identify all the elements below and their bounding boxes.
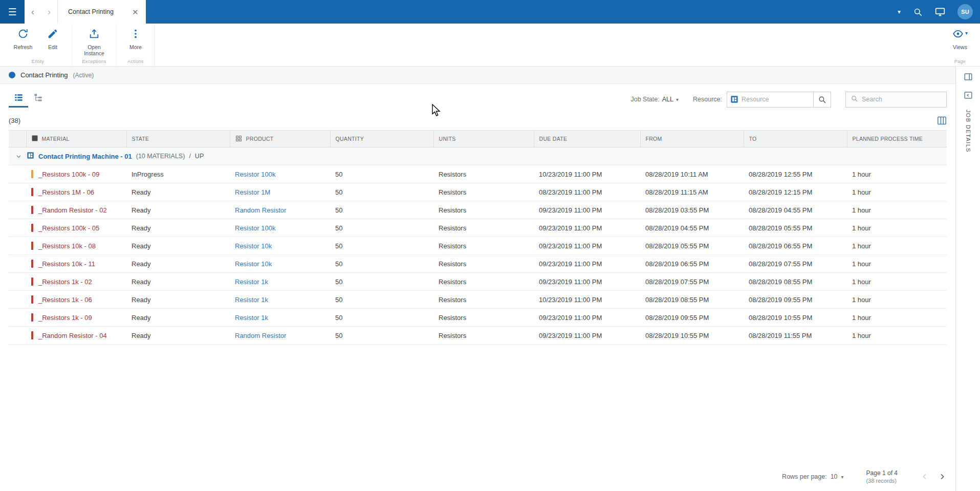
column-header-quantity[interactable]: QUANTITY [330, 131, 433, 147]
product-link[interactable]: Resistor 1k [235, 314, 268, 322]
product-cell[interactable]: Resistor 10k [230, 255, 330, 273]
planned-process-time-cell: 1 hour [847, 327, 947, 345]
table-row[interactable]: _Resistors 100k - 05ReadyResistor 100k50… [9, 219, 947, 237]
material-status-bar [31, 224, 33, 232]
table-row[interactable]: _Resistors 10k - 08ReadyResistor 10k50Re… [9, 237, 947, 255]
edit-button[interactable]: Edit [38, 24, 68, 59]
topbar-dropdown-caret-icon[interactable]: ▾ [898, 8, 901, 15]
planned-process-time-cell: 1 hour [847, 273, 947, 291]
views-button[interactable]: ▾ Views [945, 24, 975, 59]
column-header-material[interactable]: MATERIAL [26, 131, 126, 147]
entity-title: Contact Printing [20, 71, 68, 79]
material-link[interactable]: _Resistors 100k - 09 [38, 170, 99, 178]
table-row[interactable]: _Resistors 1k - 02ReadyResistor 1k50Resi… [9, 273, 947, 291]
job-state-filter[interactable]: Job State: ALL ▾ [630, 96, 679, 103]
material-link[interactable]: _Resistors 100k - 05 [38, 224, 99, 232]
material-link[interactable]: _Resistors 1k - 02 [38, 278, 92, 286]
product-cell[interactable]: Resistor 1k [230, 309, 330, 327]
product-cell[interactable]: Random Resistor [230, 201, 330, 219]
list-view-toggle[interactable] [9, 91, 28, 108]
quantity-cell: 50 [330, 237, 433, 255]
product-cell[interactable]: Random Resistor [230, 327, 330, 345]
product-link[interactable]: Resistor 10k [235, 242, 272, 250]
tab-contact-printing[interactable]: Contact Printing ✕ [57, 0, 146, 24]
product-link[interactable]: Resistor 10k [235, 260, 272, 268]
product-link[interactable]: Random Resistor [235, 206, 286, 214]
search-input[interactable] [862, 96, 947, 103]
tab-close-icon[interactable]: ✕ [132, 8, 139, 16]
product-link[interactable]: Random Resistor [235, 332, 286, 339]
group-resource-name[interactable]: Contact Printing Machine - 01 [38, 153, 132, 160]
open-instance-button[interactable]: Open Instance [76, 24, 112, 59]
material-link[interactable]: _Random Resistor - 02 [38, 206, 107, 214]
checkbox-icon[interactable] [32, 135, 38, 142]
units-cell: Resistors [433, 255, 534, 273]
material-link[interactable]: _Random Resistor - 04 [38, 332, 107, 339]
product-cell[interactable]: Resistor 100k [230, 165, 330, 183]
previous-page-button[interactable] [920, 472, 929, 481]
table-row[interactable]: _Resistors 1k - 06ReadyResistor 1k50Resi… [9, 291, 947, 309]
to-cell: 08/28/2019 05:55 PM [744, 219, 847, 237]
more-button[interactable]: More [121, 24, 150, 59]
ribbon-group-label-exceptions: Exceptions [76, 59, 112, 66]
more-label: More [129, 44, 142, 50]
table-row[interactable]: _Resistors 1M - 06ReadyResistor 1M50Resi… [9, 183, 947, 201]
job-state-value: ALL [662, 96, 673, 103]
to-cell: 08/28/2019 10:55 PM [744, 309, 847, 327]
records-count-text: (38 records) [866, 478, 898, 484]
product-link[interactable]: Resistor 100k [235, 224, 275, 232]
product-cell[interactable]: Resistor 1k [230, 273, 330, 291]
column-chooser-icon[interactable] [937, 116, 947, 125]
resource-search-button[interactable] [813, 92, 831, 107]
table-row[interactable]: _Resistors 10k - 11ReadyResistor 10k50Re… [9, 255, 947, 273]
resource-input[interactable] [738, 96, 813, 103]
material-cell: _Resistors 100k - 05 [26, 219, 126, 237]
product-link[interactable]: Resistor 100k [235, 170, 275, 178]
column-header-units[interactable]: UNITS [433, 131, 534, 147]
next-page-button[interactable] [938, 472, 947, 481]
user-avatar[interactable]: SU [957, 4, 973, 19]
resource-group-row[interactable]: Contact Printing Machine - 01 (10 MATERI… [9, 147, 947, 165]
material-link[interactable]: _Resistors 10k - 11 [38, 260, 95, 268]
table-row[interactable]: _Resistors 100k - 09InProgressResistor 1… [9, 165, 947, 183]
column-header-from[interactable]: FROM [640, 131, 744, 147]
column-header-due-date[interactable]: DUE DATE [534, 131, 640, 147]
filter-bar: Job State: ALL ▾ Resource: [630, 92, 947, 108]
planned-process-time-cell: 1 hour [847, 309, 947, 327]
hamburger-menu-button[interactable]: ☰ [0, 0, 25, 24]
group-collapse-chevron-icon[interactable] [15, 153, 23, 160]
units-cell: Resistors [433, 219, 534, 237]
column-header-label: STATE [132, 136, 149, 142]
job-details-tab[interactable]: JOB DETAILS [965, 110, 971, 153]
column-header-to[interactable]: TO [744, 131, 847, 147]
views-label: Views [953, 44, 967, 50]
views-caret-icon: ▾ [965, 30, 968, 36]
material-link[interactable]: _Resistors 1k - 09 [38, 314, 92, 322]
refresh-button[interactable]: Refresh [8, 24, 38, 59]
product-cell[interactable]: Resistor 1k [230, 291, 330, 309]
product-cell[interactable]: Resistor 10k [230, 237, 330, 255]
table-row[interactable]: _Random Resistor - 04ReadyRandom Resisto… [9, 327, 947, 345]
rows-per-page-control[interactable]: Rows per page: 10 ▾ [782, 473, 844, 480]
table-row[interactable]: _Resistors 1k - 09ReadyResistor 1k50Resi… [9, 309, 947, 327]
column-header-state[interactable]: STATE [126, 131, 230, 147]
forward-button[interactable]: › [41, 0, 57, 24]
material-link[interactable]: _Resistors 10k - 08 [38, 242, 96, 250]
product-link[interactable]: Resistor 1k [235, 278, 268, 286]
product-cell[interactable]: Resistor 1M [230, 183, 330, 201]
product-link[interactable]: Resistor 1M [235, 188, 270, 196]
back-button[interactable]: ‹ [25, 0, 41, 24]
product-link[interactable]: Resistor 1k [235, 296, 268, 304]
global-search-icon[interactable] [913, 7, 923, 17]
product-cell[interactable]: Resistor 100k [230, 219, 330, 237]
collapse-panel-icon[interactable] [962, 89, 974, 101]
column-header-product[interactable]: PRODUCT [230, 131, 330, 147]
material-link[interactable]: _Resistors 1k - 06 [38, 296, 92, 304]
material-link[interactable]: _Resistors 1M - 06 [38, 188, 94, 196]
tree-view-toggle[interactable] [28, 91, 48, 108]
state-cell: Ready [126, 291, 230, 309]
expand-panel-icon[interactable] [962, 71, 974, 83]
monitor-icon[interactable] [935, 7, 945, 17]
column-header-planned-process-time[interactable]: PLANNED PROCESS TIME [847, 131, 947, 147]
table-row[interactable]: _Random Resistor - 02ReadyRandom Resisto… [9, 201, 947, 219]
